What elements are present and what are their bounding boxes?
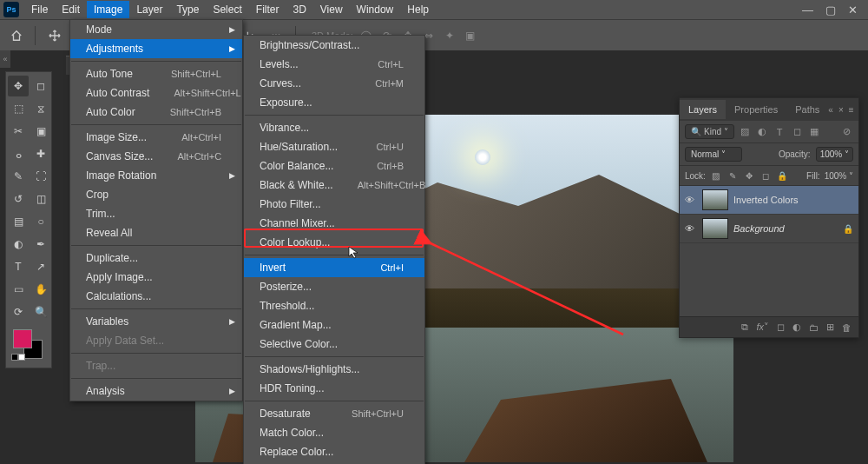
- tool-zoom[interactable]: 🔍: [30, 302, 51, 322]
- layer-row[interactable]: 👁Background🔒: [680, 215, 858, 243]
- tab-paths[interactable]: Paths: [786, 100, 828, 119]
- menuitem-levels[interactable]: Levels...Ctrl+L: [244, 55, 424, 74]
- minimize-button[interactable]: —: [802, 3, 813, 17]
- adjustment-layer-icon[interactable]: ◐: [792, 321, 801, 333]
- tool-history[interactable]: ↺: [8, 189, 29, 209]
- layer-thumbnail[interactable]: [702, 189, 728, 210]
- menuitem-color-balance[interactable]: Color Balance...Ctrl+B: [244, 156, 424, 176]
- menuitem-posterize[interactable]: Posterize...: [244, 277, 424, 296]
- menuitem-threshold[interactable]: Threshold...: [244, 296, 424, 315]
- menuitem-crop[interactable]: Crop: [70, 185, 242, 204]
- lock-artboard-icon[interactable]: ◻: [760, 169, 772, 182]
- blend-mode-select[interactable]: Normal ˅: [685, 147, 742, 162]
- menuitem-calculations[interactable]: Calculations...: [70, 287, 242, 306]
- menuitem-adjustments[interactable]: Adjustments▶: [70, 39, 242, 58]
- layer-row[interactable]: 👁Inverted Colors: [680, 186, 858, 215]
- tab-layers[interactable]: Layers: [680, 100, 726, 119]
- filter-kind-dropdown[interactable]: 🔍 Kind ˅: [685, 124, 734, 139]
- menu-edit[interactable]: Edit: [55, 1, 87, 18]
- menu-view[interactable]: View: [313, 1, 350, 18]
- layer-thumbnail[interactable]: [702, 218, 728, 239]
- menuitem-curves[interactable]: Curves...Ctrl+M: [244, 74, 424, 93]
- menuitem-auto-tone[interactable]: Auto ToneShift+Ctrl+L: [70, 64, 242, 83]
- color-swatches[interactable]: [8, 329, 51, 364]
- add-mask-icon[interactable]: ◻: [777, 321, 785, 333]
- tool-eraser[interactable]: ◫: [30, 189, 51, 209]
- menu-window[interactable]: Window: [350, 1, 401, 18]
- panel-close-icon[interactable]: ×: [838, 105, 844, 115]
- menuitem-vibrance[interactable]: Vibrance...: [244, 118, 424, 137]
- layer-style-icon[interactable]: fx˅: [756, 321, 769, 333]
- group-icon[interactable]: 🗀: [809, 322, 819, 333]
- layer-name[interactable]: Background: [733, 223, 785, 234]
- new-layer-icon[interactable]: ⊞: [826, 321, 834, 333]
- delete-layer-icon[interactable]: 🗑: [842, 322, 852, 333]
- tool-rotate[interactable]: ⟳: [8, 302, 29, 322]
- filter-shape-icon[interactable]: ◻: [790, 125, 804, 139]
- link-layers-icon[interactable]: ⧉: [741, 321, 748, 333]
- tool-pen[interactable]: ✒: [30, 234, 51, 255]
- tool-frame[interactable]: ▣: [30, 121, 51, 142]
- menu-layer[interactable]: Layer: [129, 1, 169, 18]
- menu-image[interactable]: Image: [87, 1, 129, 18]
- menuitem-shadows-highlights[interactable]: Shadows/Highlights...: [244, 360, 424, 379]
- lock-position-icon[interactable]: ✥: [743, 169, 755, 182]
- menuitem-color-lookup[interactable]: Color Lookup...: [244, 233, 424, 252]
- tool-path[interactable]: ↗: [30, 256, 51, 277]
- menuitem-brightness-contrast[interactable]: Brightness/Contrast...: [244, 36, 424, 55]
- menu-file[interactable]: File: [24, 1, 55, 18]
- lock-all-icon[interactable]: 🔒: [776, 169, 788, 182]
- home-button[interactable]: [7, 26, 26, 45]
- tool-dodge[interactable]: ◐: [8, 234, 29, 255]
- menuitem-image-size[interactable]: Image Size...Alt+Ctrl+I: [70, 128, 242, 147]
- menu-3d[interactable]: 3D: [286, 1, 312, 18]
- menuitem-invert[interactable]: InvertCtrl+I: [244, 258, 424, 277]
- move-options-icon[interactable]: [44, 25, 65, 46]
- tool-stamp[interactable]: ⛶: [30, 166, 51, 187]
- visibility-eye-icon[interactable]: 👁: [685, 195, 697, 205]
- tool-move[interactable]: ✥: [8, 76, 29, 96]
- menuitem-canvas-size[interactable]: Canvas Size...Alt+Ctrl+C: [70, 147, 242, 166]
- menuitem-apply-image[interactable]: Apply Image...: [70, 268, 242, 287]
- tool-hand[interactable]: ✋: [30, 279, 51, 300]
- panel-menu-icon[interactable]: ≡: [849, 105, 854, 115]
- tool-type[interactable]: T: [8, 256, 29, 277]
- collapsed-panel-tab[interactable]: «: [0, 50, 10, 68]
- close-button[interactable]: ✕: [848, 3, 858, 17]
- maximize-button[interactable]: ▢: [825, 3, 836, 17]
- 3d-zoom-icon[interactable]: ✦: [442, 28, 457, 43]
- filter-adjustment-icon[interactable]: ◐: [755, 125, 769, 139]
- fill-input[interactable]: 100% ˅: [825, 171, 853, 181]
- menuitem-channel-mixer[interactable]: Channel Mixer...: [244, 214, 424, 233]
- visibility-eye-icon[interactable]: 👁: [685, 223, 697, 234]
- menuitem-variables[interactable]: Variables▶: [70, 312, 242, 331]
- menuitem-mode[interactable]: Mode▶: [70, 20, 242, 39]
- lock-pixels-icon[interactable]: ✎: [727, 169, 739, 182]
- panel-collapse-icon[interactable]: «: [828, 105, 833, 115]
- tool-brush[interactable]: ✎: [8, 166, 29, 187]
- tool-marquee[interactable]: ⬚: [8, 98, 29, 119]
- menuitem-analysis[interactable]: Analysis▶: [70, 381, 242, 401]
- tool-artboard[interactable]: ◻: [30, 76, 51, 96]
- menuitem-photo-filter[interactable]: Photo Filter...: [244, 195, 424, 214]
- tool-eyedropper[interactable]: ๐: [8, 143, 29, 164]
- tool-gradient[interactable]: ▤: [8, 211, 29, 232]
- menuitem-image-rotation[interactable]: Image Rotation▶: [70, 166, 242, 185]
- menuitem-trim[interactable]: Trim...: [70, 204, 242, 223]
- menu-select[interactable]: Select: [206, 1, 248, 18]
- menuitem-hdr-toning[interactable]: HDR Toning...: [244, 379, 424, 398]
- menuitem-reveal-all[interactable]: Reveal All: [70, 223, 242, 242]
- filter-smart-icon[interactable]: ▦: [807, 125, 821, 139]
- tool-crop[interactable]: ✂: [8, 121, 29, 142]
- menuitem-auto-color[interactable]: Auto ColorShift+Ctrl+B: [70, 103, 242, 122]
- menu-help[interactable]: Help: [400, 1, 436, 18]
- menu-type[interactable]: Type: [169, 1, 206, 18]
- filter-pixel-icon[interactable]: ▨: [738, 125, 752, 139]
- layer-name[interactable]: Inverted Colors: [733, 195, 799, 205]
- menuitem-desaturate[interactable]: DesaturateShift+Ctrl+U: [244, 404, 424, 423]
- opacity-input[interactable]: 100% ˅: [816, 147, 853, 162]
- filter-toggle-icon[interactable]: ⊘: [839, 125, 853, 139]
- menuitem-black-white[interactable]: Black & White...Alt+Shift+Ctrl+B: [244, 176, 424, 195]
- menuitem-selective-color[interactable]: Selective Color...: [244, 335, 424, 354]
- tool-healing[interactable]: ✚: [30, 143, 51, 164]
